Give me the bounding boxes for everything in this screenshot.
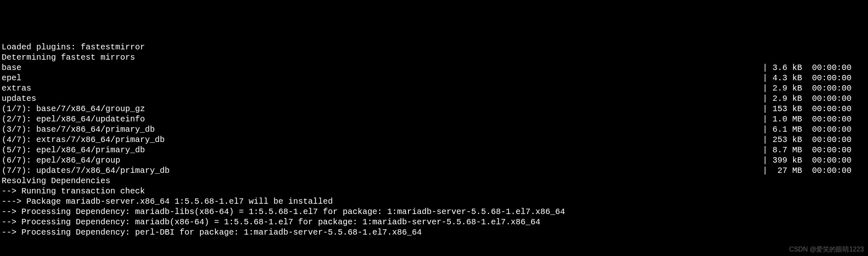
- terminal-line: (7/7): updates/7/x86_64/primary_db| 27 M…: [2, 165, 866, 176]
- terminal-line: (6/7): epel/x86_64/group| 399 kB 00:00:0…: [2, 155, 866, 165]
- terminal-line: ---> Package mariadb-server.x86_64 1:5.5…: [2, 196, 866, 207]
- terminal-line: --> Processing Dependency: mariadb(x86-6…: [2, 217, 866, 227]
- terminal-line: Resolving Dependencies: [2, 176, 866, 186]
- terminal-line: (4/7): extras/7/x86_64/primary_db| 253 k…: [2, 135, 866, 145]
- terminal-line: Loaded plugins: fastestmirror: [2, 42, 866, 52]
- terminal-line: (2/7): epel/x86_64/updateinfo| 1.0 MB 00…: [2, 114, 866, 124]
- terminal-line: epel| 4.3 kB 00:00:00: [2, 73, 866, 83]
- terminal-line: extras| 2.9 kB 00:00:00: [2, 83, 866, 93]
- terminal-line: (1/7): base/7/x86_64/group_gz| 153 kB 00…: [2, 104, 866, 114]
- terminal-line: --> Processing Dependency: mariadb-libs(…: [2, 207, 866, 217]
- terminal-line: Determining fastest mirrors: [2, 52, 866, 63]
- terminal-line: updates| 2.9 kB 00:00:00: [2, 93, 866, 104]
- terminal-line: --> Running transaction check: [2, 186, 866, 196]
- watermark-text: CSDN @爱笑的眼睛1223: [789, 245, 864, 254]
- terminal-line: (3/7): base/7/x86_64/primary_db| 6.1 MB …: [2, 124, 866, 135]
- terminal-line: --> Processing Dependency: perl-DBI for …: [2, 227, 866, 237]
- terminal-line: (5/7): epel/x86_64/primary_db| 8.7 MB 00…: [2, 145, 866, 155]
- terminal-output: Loaded plugins: fastestmirrorDetermining…: [2, 42, 866, 237]
- terminal-line: base| 3.6 kB 00:00:00: [2, 63, 866, 73]
